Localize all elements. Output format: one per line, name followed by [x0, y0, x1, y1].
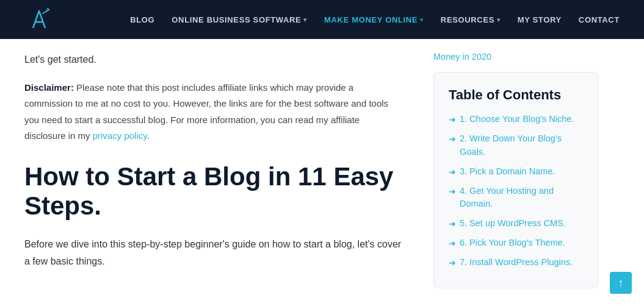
intro-text: Let's get started.	[24, 51, 403, 68]
arrow-icon: ➜	[449, 257, 456, 269]
disclaimer-body: Please note that this post includes affi…	[24, 82, 388, 141]
chevron-down-icon: ▾	[303, 16, 307, 23]
nav-item-mmo[interactable]: MAKE MONEY ONLINE ▾	[324, 15, 424, 24]
arrow-icon: ➜	[449, 185, 456, 198]
toc-item[interactable]: ➜3. Pick a Domain Name.	[449, 165, 583, 179]
nav-item-contact[interactable]: CONTACT	[579, 15, 620, 24]
site-header: BLOG ONLINE BUSINESS SOFTWARE ▾ MAKE MON…	[0, 0, 644, 39]
nav-item-blog[interactable]: BLOG	[130, 15, 154, 24]
chevron-down-icon: ▾	[497, 16, 501, 23]
toc-card: Table of Contents ➜1. Choose Your Blog's…	[433, 72, 598, 288]
logo-area[interactable]	[24, 5, 54, 34]
main-content: Let's get started. Disclaimer: Please no…	[0, 51, 427, 306]
disclaimer-suffix: .	[147, 130, 150, 141]
disclaimer-label: Disclaimer:	[24, 82, 74, 93]
chevron-down-icon: ▾	[420, 16, 424, 23]
nav-item-resources[interactable]: RESOURCES ▾	[441, 15, 501, 24]
main-nav: BLOG ONLINE BUSINESS SOFTWARE ▾ MAKE MON…	[130, 15, 620, 24]
privacy-policy-link[interactable]: privacy policy	[93, 130, 147, 141]
toc-item[interactable]: ➜7. Install WordPress Plugins.	[449, 256, 583, 269]
toc-item[interactable]: ➜4. Get Your Hosting and Domain.	[449, 185, 583, 212]
toc-item[interactable]: ➜2. Write Down Your Blog's Goals.	[449, 132, 583, 159]
sidebar-top: Money in 2020	[433, 51, 598, 72]
toc-list: ➜1. Choose Your Blog's Niche.➜2. Write D…	[449, 113, 583, 269]
money-2020-link[interactable]: Money in 2020	[433, 52, 491, 62]
nav-item-my-story[interactable]: MY STORY	[518, 15, 562, 24]
toc-title: Table of Contents	[449, 87, 583, 103]
toc-item[interactable]: ➜1. Choose Your Blog's Niche.	[449, 113, 583, 126]
scroll-to-top-button[interactable]: ↑	[610, 272, 632, 294]
chevron-up-icon: ↑	[618, 277, 624, 290]
disclaimer-block: Disclaimer: Please note that this post i…	[24, 80, 403, 144]
arrow-icon: ➜	[449, 113, 456, 126]
toc-item[interactable]: ➜6. Pick Your Blog's Theme.	[449, 237, 583, 250]
page-layout: Let's get started. Disclaimer: Please no…	[0, 39, 644, 306]
arrow-icon: ➜	[449, 218, 456, 230]
toc-item[interactable]: ➜5. Set up WordPress CMS.	[449, 217, 583, 230]
logo-icon	[24, 5, 54, 34]
sidebar: Money in 2020 Table of Contents ➜1. Choo…	[427, 51, 610, 306]
arrow-icon: ➜	[449, 166, 456, 179]
main-heading: How to Start a Blog in 11 Easy Steps.	[24, 162, 403, 221]
arrow-icon: ➜	[449, 237, 456, 250]
sub-intro: Before we dive into this step-by-step be…	[24, 236, 403, 270]
arrow-icon: ➜	[449, 133, 456, 146]
nav-item-obs[interactable]: ONLINE BUSINESS SOFTWARE ▾	[172, 15, 307, 24]
